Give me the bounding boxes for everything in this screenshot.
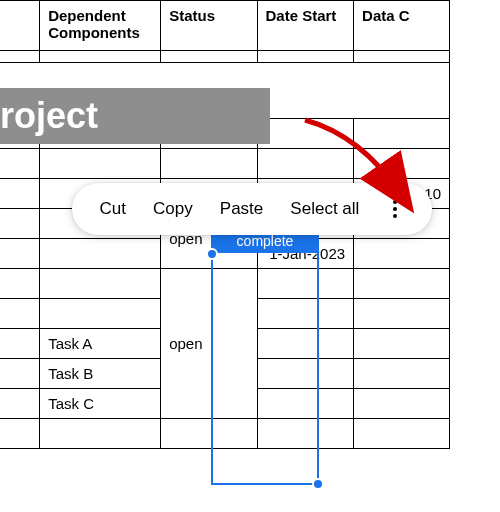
table-row bbox=[0, 149, 450, 179]
cut-button[interactable]: Cut bbox=[100, 199, 126, 219]
cell-dep[interactable]: Task A bbox=[40, 329, 161, 359]
header-data-c: Data C bbox=[354, 1, 450, 51]
context-menu: Cut Copy Paste Select all bbox=[72, 183, 432, 235]
project-banner: roject bbox=[0, 88, 270, 144]
more-options-icon[interactable] bbox=[386, 200, 404, 218]
table-row bbox=[0, 419, 450, 449]
paste-button[interactable]: Paste bbox=[220, 199, 263, 219]
cell-dep[interactable]: Task B bbox=[40, 359, 161, 389]
cell-status-merged-2[interactable]: open bbox=[161, 269, 257, 419]
header-date-start: Date Start bbox=[257, 1, 354, 51]
header-status: Status bbox=[161, 1, 257, 51]
selection-handle-bottom[interactable] bbox=[312, 478, 324, 490]
header-row: sk Dependent Components Status Date Star… bbox=[0, 1, 450, 51]
header-task: sk bbox=[0, 1, 40, 51]
cell-dep[interactable]: Task C bbox=[40, 389, 161, 419]
header-dependent: Dependent Components bbox=[40, 1, 161, 51]
select-all-button[interactable]: Select all bbox=[290, 199, 359, 219]
copy-button[interactable]: Copy bbox=[153, 199, 193, 219]
table-row: open bbox=[0, 269, 450, 299]
